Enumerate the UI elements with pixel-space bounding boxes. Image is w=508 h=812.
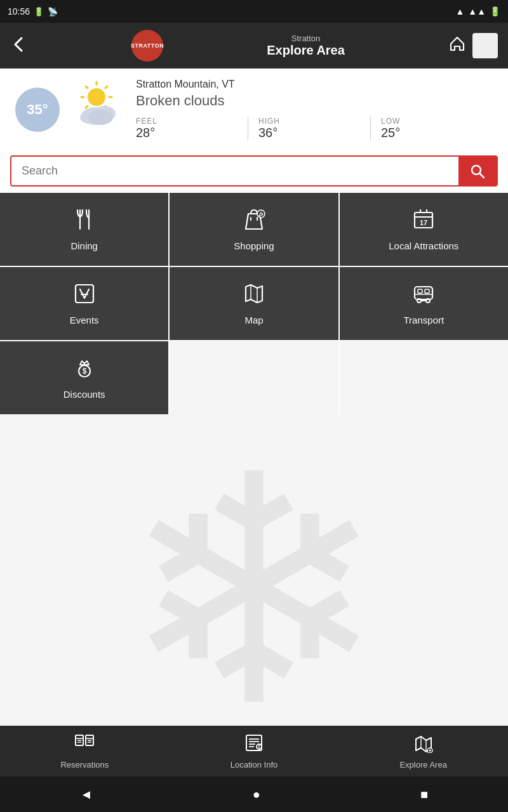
temperature-display: 35° bbox=[15, 88, 60, 132]
reservations-icon bbox=[74, 733, 95, 757]
high-stat: HIGH 36° bbox=[248, 117, 370, 140]
nav-item-reservations[interactable]: Reservations bbox=[0, 733, 170, 769]
bottom-nav: Reservations Location Info bbox=[0, 726, 508, 776]
svg-text:$: $ bbox=[82, 367, 86, 376]
android-home-button[interactable]: ● bbox=[253, 787, 260, 802]
svg-point-20 bbox=[257, 210, 265, 218]
svg-line-14 bbox=[480, 173, 485, 178]
search-bar bbox=[10, 155, 498, 187]
nav-item-explore-area[interactable]: Explore Area bbox=[338, 733, 508, 769]
transport-icon bbox=[411, 282, 436, 310]
events-icon bbox=[72, 282, 97, 310]
svg-point-54 bbox=[258, 744, 260, 745]
discounts-label: Discounts bbox=[64, 389, 105, 400]
svg-line-8 bbox=[86, 106, 88, 108]
weather-icon bbox=[72, 81, 123, 138]
reservations-nav-label: Reservations bbox=[60, 760, 109, 769]
svg-text:17: 17 bbox=[420, 219, 427, 226]
back-button[interactable] bbox=[10, 36, 28, 56]
search-input[interactable] bbox=[11, 157, 458, 185]
high-value: 36° bbox=[258, 126, 370, 140]
low-stat: LOW 25° bbox=[370, 117, 493, 140]
svg-rect-36 bbox=[425, 289, 429, 293]
search-container bbox=[0, 150, 508, 192]
android-nav-bar: ◄ ● ■ bbox=[0, 776, 508, 812]
grid-item-transport[interactable]: Transport bbox=[340, 267, 508, 340]
grid-row-1: Dining Shopping bbox=[0, 192, 508, 266]
shopping-label: Shopping bbox=[234, 240, 274, 251]
page-title: Explore Area bbox=[267, 43, 345, 58]
android-recent-button[interactable]: ■ bbox=[420, 787, 428, 802]
snowflake-decoration: ❄ bbox=[121, 433, 387, 750]
svg-line-7 bbox=[105, 86, 107, 88]
empty-cell-1 bbox=[170, 341, 339, 414]
weather-condition: Broken clouds bbox=[136, 93, 493, 109]
shopping-icon bbox=[242, 207, 266, 235]
nav-item-location-info[interactable]: Location Info bbox=[170, 733, 339, 769]
explore-area-icon bbox=[413, 733, 434, 757]
empty-cell-2 bbox=[340, 341, 508, 414]
header-center: STRATTON bbox=[131, 30, 163, 62]
battery-icon: 🔋 bbox=[34, 7, 44, 16]
grid-item-discounts[interactable]: $ Discounts bbox=[0, 341, 170, 414]
svg-rect-35 bbox=[418, 289, 422, 293]
signal-icon: ▲▲ bbox=[468, 6, 486, 16]
weather-info: Stratton Mountain, VT Broken clouds FEEL… bbox=[136, 79, 493, 140]
category-grid: Dining Shopping bbox=[0, 192, 508, 414]
local-attractions-label: Local Attractions bbox=[389, 240, 458, 251]
location-info-nav-label: Location Info bbox=[231, 760, 277, 769]
weather-location: Stratton Mountain, VT bbox=[136, 79, 493, 90]
svg-point-0 bbox=[88, 88, 105, 106]
stratton-logo: STRATTON bbox=[131, 30, 163, 62]
user-avatar[interactable] bbox=[472, 33, 498, 58]
android-back-button[interactable]: ◄ bbox=[80, 787, 93, 802]
events-label: Events bbox=[70, 315, 99, 325]
feel-label: FEEL bbox=[136, 117, 248, 126]
svg-point-12 bbox=[88, 110, 113, 125]
dining-icon bbox=[72, 207, 97, 235]
battery-level: 🔋 bbox=[490, 6, 500, 16]
svg-line-5 bbox=[86, 86, 88, 88]
status-bar: 10:56 🔋 📡 ▲ ▲▲ 🔋 bbox=[0, 0, 508, 23]
status-left: 10:56 🔋 📡 bbox=[8, 6, 58, 16]
svg-point-32 bbox=[417, 299, 421, 303]
radio-icon: 📡 bbox=[48, 7, 58, 16]
map-label: Map bbox=[244, 315, 263, 325]
local-attractions-icon: 17 bbox=[411, 207, 436, 235]
grid-row-3: $ Discounts bbox=[0, 340, 508, 414]
discounts-icon: $ bbox=[72, 356, 97, 384]
grid-item-events[interactable]: Events bbox=[0, 267, 170, 340]
weather-stats: FEEL 28° HIGH 36° LOW 25° bbox=[136, 117, 493, 140]
search-button[interactable] bbox=[458, 157, 497, 185]
weather-section: 35° Stratton Mountain, VT Broken clouds bbox=[0, 69, 508, 150]
location-info-icon bbox=[244, 733, 264, 757]
app-header: STRATTON Stratton Explore Area bbox=[0, 23, 508, 69]
map-icon bbox=[242, 282, 266, 310]
explore-area-nav-label: Explore Area bbox=[399, 760, 446, 769]
svg-rect-30 bbox=[415, 287, 432, 299]
low-label: LOW bbox=[381, 117, 493, 126]
low-value: 25° bbox=[381, 126, 493, 140]
high-label: HIGH bbox=[258, 117, 370, 126]
grid-item-dining[interactable]: Dining bbox=[0, 193, 170, 266]
grid-item-local-attractions[interactable]: 17 Local Attractions bbox=[340, 193, 508, 266]
transport-label: Transport bbox=[404, 315, 444, 325]
app-name: Stratton bbox=[291, 34, 321, 43]
feel-stat: FEEL 28° bbox=[136, 117, 248, 140]
dining-label: Dining bbox=[70, 240, 98, 251]
background-area: ❄ bbox=[0, 414, 508, 769]
wifi-icon: ▲ bbox=[455, 6, 464, 16]
grid-row-2: Events Map bbox=[0, 266, 508, 340]
status-time: 10:56 bbox=[8, 6, 30, 16]
status-right: ▲ ▲▲ 🔋 bbox=[455, 6, 500, 16]
grid-item-shopping[interactable]: Shopping bbox=[170, 193, 339, 266]
home-button[interactable] bbox=[448, 35, 466, 57]
svg-point-33 bbox=[426, 299, 430, 303]
grid-item-map[interactable]: Map bbox=[170, 267, 339, 340]
feel-value: 28° bbox=[136, 126, 248, 140]
header-icons bbox=[448, 33, 498, 58]
header-title-block: Stratton Explore Area bbox=[267, 34, 345, 58]
